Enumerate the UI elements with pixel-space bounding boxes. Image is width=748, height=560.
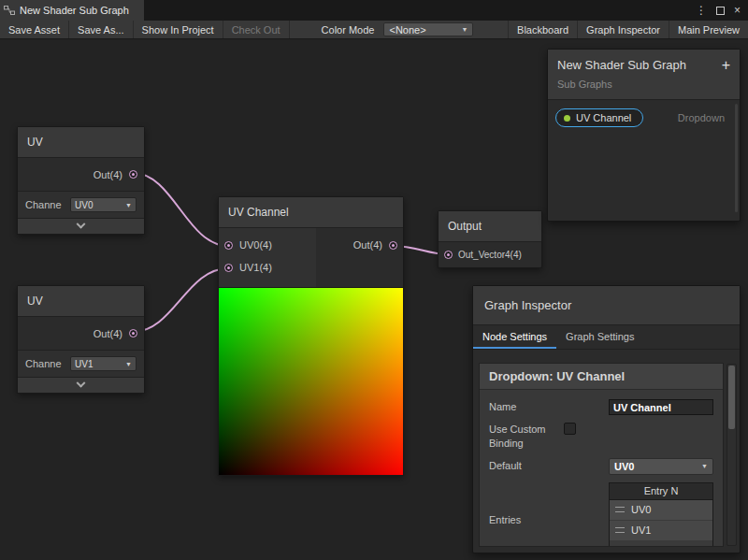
color-mode-label: Color Mode [316, 21, 381, 38]
inspector-title[interactable]: Graph Inspector [473, 286, 740, 325]
channel-label: Channe [25, 199, 66, 210]
save-as-button[interactable]: Save As... [69, 21, 134, 38]
node-controls: Channe UV0 ▼ [18, 191, 144, 218]
inspector-content: Dropdown: UV Channel Name Use Custom Bin… [479, 363, 724, 547]
input-port-uv0[interactable] [224, 241, 233, 250]
channel-dropdown[interactable]: UV0 ▼ [70, 197, 137, 212]
input-port-uv1[interactable] [224, 264, 233, 272]
remove-entry-button[interactable]: − [698, 543, 705, 547]
channel-value: UV0 [75, 200, 93, 210]
use-custom-binding-label: Use Custom Binding [489, 423, 564, 451]
tab-node-settings[interactable]: Node Settings [473, 325, 556, 349]
output-port[interactable] [129, 170, 137, 179]
toolbar: Save Asset Save As... Show In Project Ch… [0, 21, 748, 39]
channel-dropdown[interactable]: UV1 ▼ [70, 356, 137, 371]
section-title: Dropdown: UV Channel [480, 364, 723, 390]
channel-label: Channe [25, 358, 66, 369]
section-body: Name Use Custom Binding Default UV0 [480, 390, 723, 547]
shader-graph-icon [4, 5, 15, 16]
drag-handle-icon[interactable] [615, 527, 625, 533]
tab-graph-settings[interactable]: Graph Settings [556, 325, 643, 349]
blackboard-item-uv-channel[interactable]: UV Channel [555, 108, 643, 127]
color-mode-dropdown[interactable]: <None> ▼ [383, 22, 473, 36]
node-output[interactable]: Output Out_Vector4(4) [438, 210, 542, 268]
node-uv-top[interactable]: UV Out(4) Channe UV0 ▼ [17, 126, 145, 235]
chevron-down-icon: ▼ [125, 202, 132, 208]
uv-preview-image [219, 288, 403, 475]
node-ports: Out(4) [18, 317, 144, 350]
entries-label: Entries [489, 513, 609, 527]
name-label: Name [489, 400, 609, 414]
titlebar: New Shader Sub Graph ⋮ × [0, 0, 748, 21]
use-custom-binding-checkbox[interactable] [564, 423, 576, 435]
entries-row-uv0[interactable]: UV0 [610, 500, 712, 521]
port-label: Out(4) [94, 328, 122, 339]
add-property-button[interactable]: + [722, 58, 730, 73]
node-ports: UV0(4) UV1(4) Out(4) [219, 228, 403, 288]
inspector-tabs: Node Settings Graph Settings [473, 325, 740, 350]
port-label: Out(4) [353, 239, 382, 251]
tab-shader-subgraph[interactable]: New Shader Sub Graph [0, 0, 144, 21]
chevron-down-icon: ▼ [701, 463, 708, 469]
graph-inspector-toggle-button[interactable]: Graph Inspector [577, 21, 669, 38]
port-label: UV1(4) [239, 262, 272, 273]
blackboard-title: New Shader Sub Graph [557, 58, 730, 72]
entries-list: Entry N UV0 UV1 + − [609, 482, 713, 547]
node-title[interactable]: Output [439, 211, 541, 242]
toolbar-right-group: Blackboard Graph Inspector Main Preview [508, 21, 748, 38]
node-ports: Out_Vector4(4) [439, 242, 541, 267]
menu-icon[interactable]: ⋮ [696, 5, 707, 16]
main-preview-toggle-button[interactable]: Main Preview [669, 21, 748, 38]
chevron-down-icon: ▼ [125, 361, 132, 367]
graph-inspector-panel: Graph Inspector Node Settings Graph Sett… [472, 285, 741, 553]
blackboard-panel: New Shader Sub Graph Sub Graphs + UV Cha… [547, 49, 741, 222]
add-entry-button[interactable]: + [680, 543, 687, 547]
node-ports: Out(4) [18, 158, 144, 191]
blackboard-toggle-button[interactable]: Blackboard [508, 21, 577, 38]
check-out-button: Check Out [223, 21, 290, 38]
chevron-down-icon [77, 378, 86, 387]
output-port[interactable] [389, 241, 397, 250]
color-mode-value: <None> [389, 24, 425, 36]
blackboard-scrollbar[interactable] [735, 104, 738, 212]
drag-handle-icon[interactable] [615, 507, 625, 512]
node-title[interactable]: UV Channel [219, 197, 403, 228]
unity-shader-graph-window: New Shader Sub Graph ⋮ × Save Asset Save… [0, 0, 748, 560]
entry-value: UV0 [631, 504, 651, 515]
collapse-button[interactable] [18, 377, 144, 393]
input-port-out-vector4[interactable] [444, 251, 453, 259]
port-label: Out_Vector4(4) [458, 250, 522, 260]
node-title[interactable]: UV [18, 127, 144, 158]
window-controls: ⋮ × [696, 0, 748, 21]
default-label: Default [489, 459, 609, 473]
node-uv-channel[interactable]: UV Channel UV0(4) UV1(4) Out(4) [218, 196, 404, 476]
blackboard-body: UV Channel Dropdown [548, 100, 740, 216]
close-icon[interactable]: × [734, 5, 741, 16]
inspector-scrollbar[interactable] [726, 364, 737, 546]
tab-title: New Shader Sub Graph [20, 5, 129, 16]
port-label: UV0(4) [239, 239, 272, 251]
entries-list-footer: + − [610, 541, 712, 547]
blackboard-item-row: UV Channel Dropdown [555, 108, 732, 127]
show-in-project-button[interactable]: Show In Project [134, 21, 223, 38]
node-uv-bottom[interactable]: UV Out(4) Channe UV1 ▼ [17, 285, 145, 394]
port-label: Out(4) [94, 169, 122, 180]
blackboard-subtitle: Sub Graphs [557, 79, 730, 90]
entries-row-uv1[interactable]: UV1 [610, 521, 712, 541]
entries-list-header: Entry N [610, 483, 712, 500]
blackboard-header[interactable]: New Shader Sub Graph Sub Graphs + [548, 50, 740, 100]
blackboard-item-name: UV Channel [576, 112, 631, 123]
default-dropdown[interactable]: UV0 ▼ [609, 458, 713, 475]
chevron-down-icon: ▼ [462, 26, 468, 33]
entry-value: UV1 [631, 524, 651, 536]
collapse-button[interactable] [18, 218, 144, 234]
save-asset-button[interactable]: Save Asset [0, 21, 69, 38]
default-value: UV0 [614, 461, 634, 472]
node-title[interactable]: UV [18, 286, 144, 317]
name-input[interactable] [609, 399, 713, 415]
output-port[interactable] [129, 329, 137, 337]
inspector-scrollbar-thumb[interactable] [728, 366, 735, 429]
exposed-dot-icon [564, 115, 570, 122]
node-controls: Channe UV1 ▼ [18, 350, 144, 377]
maximize-icon[interactable] [716, 7, 725, 15]
